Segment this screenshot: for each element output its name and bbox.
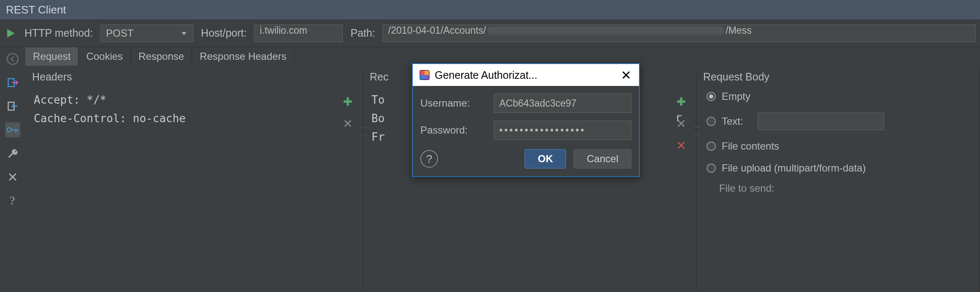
run-button[interactable] [4, 27, 17, 40]
panel-title: Headers [31, 71, 358, 83]
svg-rect-9 [425, 71, 429, 75]
headers-actions [341, 94, 355, 131]
params-actions [674, 94, 688, 153]
tab-label: Cookies [86, 51, 123, 62]
title-bar: REST Client [0, 0, 980, 19]
svg-rect-8 [420, 71, 425, 75]
export-icon[interactable] [5, 75, 20, 90]
svg-rect-10 [420, 75, 425, 80]
button-label: OK [538, 153, 553, 164]
host-label: Host/port: [201, 27, 246, 39]
auth-icon[interactable] [5, 122, 20, 137]
config-row: HTTP method: POST Host/port: i.twilio.co… [0, 19, 980, 47]
chevron-down-icon [180, 29, 188, 37]
svg-point-2 [7, 54, 18, 64]
tab-label: Request [33, 51, 70, 62]
window-title: REST Client [6, 3, 66, 16]
dialog-buttons: ? OK Cancel [413, 142, 639, 176]
svg-rect-11 [425, 75, 429, 80]
password-input[interactable] [494, 121, 631, 140]
radio-dot-icon [707, 163, 716, 173]
ok-button[interactable]: OK [525, 149, 566, 169]
help-icon[interactable]: ? [5, 193, 20, 208]
svg-marker-0 [7, 29, 15, 38]
tab-request[interactable]: Request [25, 47, 79, 66]
host-input[interactable]: i.twilio.com [254, 24, 343, 42]
method-label: HTTP method: [24, 27, 93, 39]
add-icon[interactable] [674, 94, 688, 109]
tab-label: Response Headers [200, 51, 286, 62]
radio-dot-icon [707, 117, 716, 126]
remove-icon[interactable] [341, 116, 355, 131]
method-value: POST [106, 27, 133, 39]
username-label: Username: [420, 97, 488, 109]
body-type-group: Empty Text: File contents File upload (m… [702, 91, 975, 174]
close-icon[interactable] [5, 169, 20, 185]
delete-icon[interactable] [674, 138, 688, 153]
radio-label: Text: [722, 115, 743, 127]
import-icon[interactable] [5, 99, 20, 114]
tab-response-headers[interactable]: Response Headers [192, 47, 294, 66]
path-input[interactable]: /2010-04-01/Accounts//Mess [383, 24, 976, 42]
path-label: Path: [350, 27, 375, 39]
radio-text[interactable]: Text: [707, 113, 975, 130]
tab-cookies[interactable]: Cookies [79, 47, 131, 66]
tab-response[interactable]: Response [131, 47, 192, 66]
svg-point-5 [7, 128, 11, 132]
radio-dot-icon [707, 92, 716, 101]
radio-label: File upload (multipart/form-data) [722, 162, 866, 174]
dialog-title: Generate Authorizat... [435, 69, 537, 81]
back-button[interactable] [5, 51, 20, 67]
path-suffix: /Mess [726, 25, 751, 36]
password-label: Password: [420, 124, 488, 136]
remove-icon[interactable] [674, 116, 688, 131]
radio-empty[interactable]: Empty [707, 91, 975, 102]
app-icon [419, 69, 430, 81]
path-prefix: /2010-04-01/Accounts/ [388, 25, 486, 36]
button-label: Cancel [587, 153, 618, 164]
help-button[interactable]: ? [420, 150, 438, 168]
method-select[interactable]: POST [100, 24, 193, 42]
dialog-titlebar[interactable]: Generate Authorizat... ✕ [413, 64, 639, 86]
radio-label: File contents [722, 140, 779, 152]
toolbar-gutter: ? [0, 47, 25, 292]
headers-text[interactable]: Accept: */* Cache-Control: no-cache [31, 91, 358, 128]
auth-dialog: Generate Authorizat... ✕ Username: Passw… [412, 63, 640, 177]
close-icon[interactable]: ✕ [619, 68, 633, 83]
drag-handle[interactable]: ⋮⋮ [361, 124, 365, 139]
add-icon[interactable] [341, 94, 355, 109]
radio-dot-icon [707, 142, 716, 151]
redacted-segment [487, 27, 724, 35]
dialog-body: Username: Password: [413, 86, 639, 142]
radio-upload[interactable]: File upload (multipart/form-data) [707, 162, 975, 174]
tab-label: Response [138, 51, 184, 62]
body-text-input[interactable] [758, 113, 884, 130]
panel-body: ⋮⋮ Request Body Empty Text: File content [696, 69, 980, 292]
username-input[interactable] [494, 94, 631, 113]
wrench-icon[interactable] [5, 146, 20, 161]
svg-marker-1 [181, 32, 187, 35]
radio-label: Empty [722, 91, 750, 102]
svg-text:?: ? [10, 194, 15, 207]
cancel-button[interactable]: Cancel [574, 149, 631, 169]
panel-title: Request Body [702, 71, 975, 83]
radio-file[interactable]: File contents [707, 140, 975, 152]
panel-headers: Headers Accept: */* Cache-Control: no-ca… [25, 69, 363, 292]
host-value: i.twilio.com [260, 25, 307, 36]
drag-handle[interactable]: ⋮⋮ [695, 124, 698, 139]
file-to-send-label: File to send: [702, 182, 975, 194]
